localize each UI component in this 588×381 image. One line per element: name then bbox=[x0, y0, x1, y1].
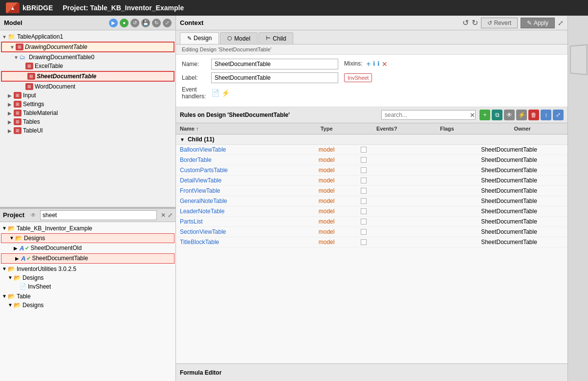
toggle-table[interactable]: ▼ bbox=[2, 293, 8, 299]
proj-item-table-designs[interactable]: ▼ 📂 Designs bbox=[0, 301, 175, 310]
model-refresh-btn[interactable]: ↻ bbox=[152, 19, 161, 27]
cell-name-1[interactable]: BorderTable bbox=[176, 155, 296, 165]
proj-item-inv-designs[interactable]: ▼ 📂 Designs bbox=[0, 273, 175, 282]
tree-item-drawingdoctable[interactable]: ▼ ⊞ DrawingDocumentTable bbox=[1, 42, 174, 52]
eye-icon[interactable]: 👁 bbox=[30, 212, 36, 219]
rule-sort-btn[interactable]: ↕ bbox=[541, 110, 551, 120]
proj-item-table[interactable]: ▼ 📂 Table bbox=[0, 292, 175, 301]
undo-button[interactable]: ↺ bbox=[462, 18, 469, 27]
tab-child[interactable]: ⊢ Child bbox=[259, 32, 293, 44]
toggle-sheetdoctable[interactable] bbox=[22, 74, 27, 79]
toggle-input[interactable]: ▶ bbox=[8, 93, 14, 98]
model-expand-btn[interactable]: ⤢ bbox=[163, 19, 172, 27]
toggle-table-designs[interactable]: ▼ bbox=[8, 302, 14, 308]
rule-add-btn[interactable]: + bbox=[479, 110, 490, 120]
tab-model[interactable]: ⬡ Model bbox=[220, 32, 258, 44]
cell-name-0[interactable]: BalloonViewTable bbox=[176, 145, 296, 155]
table-row[interactable]: GeneralNoteTable model SheetDocumentTabl… bbox=[176, 196, 567, 206]
col-flags[interactable]: Flags bbox=[417, 125, 477, 133]
tree-item-tables[interactable]: ▶ ⊞ Tables bbox=[0, 117, 175, 126]
toggle-drawingdoctable0[interactable]: ▼ bbox=[14, 55, 20, 60]
tree-item-settings[interactable]: ▶ ⊞ Settings bbox=[0, 100, 175, 109]
rule-delete-btn[interactable]: 🗑 bbox=[528, 110, 539, 120]
project-search-clear[interactable]: ✕ bbox=[161, 212, 166, 219]
table-row[interactable]: TitleBlockTable model SheetDocumentTable bbox=[176, 237, 567, 247]
tree-item-input[interactable]: ▶ ⊞ Input bbox=[0, 91, 175, 100]
table-row[interactable]: FrontViewTable model SheetDocumentTable bbox=[176, 186, 567, 196]
label-input[interactable] bbox=[211, 72, 338, 83]
toggle-proj-root[interactable]: ▼ bbox=[2, 225, 8, 231]
table-row[interactable]: SectionViewTable model SheetDocumentTabl… bbox=[176, 227, 567, 237]
table-row[interactable]: CustomPartsTable model SheetDocumentTabl… bbox=[176, 165, 567, 176]
name-input[interactable] bbox=[211, 59, 338, 69]
col-owner[interactable]: Owner bbox=[477, 125, 567, 133]
proj-item-root[interactable]: ▼ 📂 Table_KB_Inventor_Example bbox=[0, 224, 175, 233]
model-save-btn[interactable]: 💾 bbox=[141, 19, 150, 27]
tree-item-exceltable[interactable]: ⊞ ExcelTable bbox=[0, 62, 175, 70]
rules-search-clear[interactable]: ✕ bbox=[470, 112, 475, 119]
table-row[interactable]: DetailViewTable model SheetDocumentTable bbox=[176, 176, 567, 186]
toggle-invutil[interactable]: ▼ bbox=[2, 266, 8, 271]
toggle-tables[interactable]: ▶ bbox=[8, 119, 14, 125]
cell-name-5[interactable]: GeneralNoteTable bbox=[176, 196, 296, 206]
toggle-worddocument[interactable] bbox=[20, 84, 25, 90]
table-row[interactable]: LeaderNoteTable model SheetDocumentTable bbox=[176, 206, 567, 217]
model-undo-btn[interactable]: ↺ bbox=[131, 19, 139, 27]
mixin-info2-btn[interactable]: ℹ bbox=[377, 60, 380, 67]
toggle-invsheet[interactable] bbox=[14, 284, 20, 289]
apply-button[interactable]: ✎ Apply bbox=[521, 18, 555, 28]
col-name[interactable]: Name ↑ bbox=[176, 125, 296, 133]
tree-item-sheetdoctable[interactable]: ⊞ SheetDocumentTable bbox=[1, 71, 174, 82]
toggle-proj-sheetdocold[interactable]: ▶ bbox=[14, 246, 20, 251]
tree-item-tableapp1[interactable]: ▼ 📁 TableApplication1 bbox=[0, 32, 175, 41]
rules-search-input[interactable] bbox=[382, 111, 470, 119]
project-expand-btn[interactable]: ⤢ bbox=[168, 212, 173, 219]
proj-item-designs[interactable]: ▼ 📂 Designs bbox=[1, 233, 174, 243]
doc-icon[interactable]: 📄 bbox=[211, 89, 219, 97]
model-circle-btn[interactable]: ● bbox=[120, 19, 129, 27]
cell-name-2[interactable]: CustomPartsTable bbox=[176, 165, 296, 175]
mixin-delete-btn[interactable]: ✕ bbox=[382, 60, 388, 68]
redo-button[interactable]: ↻ bbox=[472, 18, 478, 27]
rules-group-child[interactable]: ▼ Child (11) bbox=[176, 134, 567, 145]
rule-eye-btn[interactable]: 👁 bbox=[504, 110, 515, 120]
context-expand-btn[interactable]: ⤢ bbox=[558, 19, 564, 27]
toggle-tablematerial[interactable]: ▶ bbox=[8, 111, 14, 116]
rule-expand-btn[interactable]: ⤢ bbox=[553, 110, 564, 120]
cell-name-3[interactable]: DetailViewTable bbox=[176, 176, 296, 185]
cell-name-8[interactable]: SectionViewTable bbox=[176, 227, 296, 237]
table-row[interactable]: BorderTable model SheetDocumentTable bbox=[176, 155, 567, 165]
toggle-proj-designs[interactable]: ▼ bbox=[9, 235, 15, 241]
toggle-settings[interactable]: ▶ bbox=[8, 102, 14, 107]
cell-name-9[interactable]: TitleBlockTable bbox=[176, 237, 296, 247]
toggle-tableui[interactable]: ▶ bbox=[8, 128, 14, 134]
rule-lightning-btn[interactable]: ⚡ bbox=[516, 110, 527, 120]
event-lightning-icon[interactable]: ⚡ bbox=[221, 89, 230, 97]
toggle-proj-sheetdoctable[interactable]: ▶ bbox=[15, 256, 21, 261]
toggle-drawingdoctable[interactable]: ▼ bbox=[10, 45, 16, 50]
cell-name-7[interactable]: PartsList bbox=[176, 217, 296, 226]
tree-item-worddocument[interactable]: ⊞ WordDocument bbox=[0, 82, 175, 91]
col-events[interactable]: Events? bbox=[357, 125, 417, 133]
toggle-tableapp1[interactable]: ▼ bbox=[2, 34, 8, 40]
tree-item-tableui[interactable]: ▶ ⊞ TableUI bbox=[0, 126, 175, 135]
cell-name-4[interactable]: FrontViewTable bbox=[176, 186, 296, 196]
table-row[interactable]: BalloonViewTable model SheetDocumentTabl… bbox=[176, 145, 567, 155]
col-type[interactable]: Type bbox=[296, 125, 356, 133]
cell-name-6[interactable]: LeaderNoteTable bbox=[176, 206, 296, 216]
tree-item-drawingdoctable0[interactable]: ▼ 🗂 DrawingDocumentTable0 bbox=[0, 53, 175, 62]
revert-button[interactable]: ↺ Revert bbox=[481, 18, 518, 28]
tab-design[interactable]: ✎ Design bbox=[180, 32, 219, 44]
project-search-input[interactable] bbox=[40, 210, 157, 220]
mixin-add-btn[interactable]: + bbox=[366, 60, 370, 68]
toggle-exceltable[interactable] bbox=[20, 64, 25, 69]
toggle-inv-designs[interactable]: ▼ bbox=[8, 275, 14, 280]
proj-item-invutil[interactable]: ▼ 📂 InventorUtilities 3.0.2.5 bbox=[0, 265, 175, 273]
tree-item-tablematerial[interactable]: ▶ ⊞ TableMaterial bbox=[0, 109, 175, 117]
group-toggle[interactable]: ▼ bbox=[180, 137, 185, 142]
table-row[interactable]: PartsList model SheetDocumentTable bbox=[176, 217, 567, 227]
mixin-tag[interactable]: InvSheet bbox=[344, 73, 372, 82]
mixin-info-btn[interactable]: ℹ bbox=[373, 60, 375, 67]
rule-copy-btn[interactable]: ⧉ bbox=[492, 110, 502, 120]
proj-item-sheetdoctable[interactable]: ▶ A ✔ SheetDocumentTable bbox=[1, 253, 174, 264]
